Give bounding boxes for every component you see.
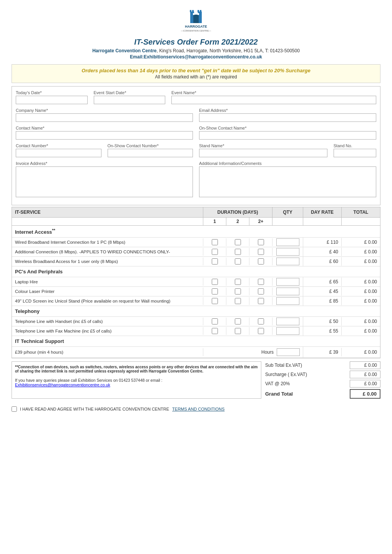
vat-label: VAT @ 20%: [265, 381, 290, 386]
tel-handset-check-1[interactable]: [212, 318, 218, 324]
lcd-check-1[interactable]: [212, 298, 218, 304]
add-conn-dur-3: [249, 248, 272, 256]
lcd-qty-input[interactable]: [276, 297, 299, 305]
grand-total-value: £ 0.00: [350, 389, 380, 399]
sub-total-label: Sub Total Ex.VAT): [265, 363, 302, 368]
additional-connection-name: Additional Connection (8 Mbps). -APPLIES…: [12, 248, 203, 256]
stand-name-input[interactable]: [199, 149, 327, 157]
tel-handset-dur-1: [203, 318, 226, 325]
lcd-dur-1: [203, 297, 226, 305]
it-support-name: £39 p/hour (min 4 hours): [12, 348, 203, 356]
lcd-check-3[interactable]: [258, 298, 264, 304]
laptop-check-2[interactable]: [235, 279, 241, 285]
wired-broadband-check-1[interactable]: [212, 239, 218, 245]
event-start-date-input[interactable]: [94, 96, 166, 104]
wireless-dur-3: [249, 258, 272, 265]
on-show-contact-name-input[interactable]: [199, 131, 376, 140]
tel-handset-qty-input[interactable]: [276, 318, 299, 325]
stand-no-label: Stand No.: [334, 143, 376, 148]
dur-col-2: 2: [226, 218, 249, 225]
services-table: IT-SERVICE DURATION (DAYS) QTY DAY RATE …: [12, 207, 380, 358]
additional-connection-duration: [203, 248, 272, 256]
agree-checkbox[interactable]: [12, 406, 17, 412]
tel-fax-qty-input[interactable]: [276, 327, 299, 335]
add-conn-check-1[interactable]: [212, 249, 218, 255]
wired-broadband-check-2[interactable]: [235, 239, 241, 245]
colour-laser-check-2[interactable]: [235, 288, 241, 294]
dur-col-3: 2+: [249, 218, 272, 225]
lcd-check-2[interactable]: [235, 298, 241, 304]
grand-total-label: Grand Total: [265, 391, 293, 397]
table-header-row: IT-SERVICE DURATION (DAYS) QTY DAY RATE …: [12, 207, 380, 218]
row-it-support: £39 p/hour (min 4 hours) Hours £ 39 £ 0.…: [12, 347, 380, 358]
wireless-check-1[interactable]: [212, 258, 218, 265]
sub-total-row: Sub Total Ex.VAT) £ 0.00: [265, 361, 380, 369]
logo-container: HARROGATE —CONVENTION CENTRE—: [12, 8, 380, 35]
wireless-broadband-name: Wireless Broadband Access for 1 user onl…: [12, 258, 203, 265]
form-fields-section: Today's Date* Event Start Date* Event Na…: [12, 86, 380, 205]
additional-info-textarea[interactable]: [199, 166, 376, 197]
invoice-address-textarea[interactable]: [16, 166, 193, 197]
laptop-check-1[interactable]: [212, 279, 218, 285]
wired-broadband-check-3[interactable]: [258, 239, 264, 245]
duration-sub-cells: 1 2 2+: [203, 218, 272, 225]
email-address-input[interactable]: [199, 113, 376, 122]
colour-laser-check-1[interactable]: [212, 288, 218, 294]
tel-fax-dur-3: [249, 327, 272, 335]
row-wireless-broadband: Wireless Broadband Access for 1 user onl…: [12, 257, 380, 266]
contact-number-group: Contact Number*: [16, 143, 101, 157]
laptop-hire-name: Laptop Hire: [12, 278, 203, 286]
it-support-hours-input[interactable]: [277, 348, 300, 356]
on-show-contact-number-input[interactable]: [108, 149, 193, 157]
tel-handset-rate: £ 50: [303, 317, 342, 326]
colour-laser-qty-input[interactable]: [276, 288, 299, 295]
tel-fax-total: £ 0.00: [342, 327, 380, 335]
wireless-dur-2: [226, 258, 249, 265]
wireless-qty-input[interactable]: [276, 258, 299, 265]
contact-number-input[interactable]: [16, 149, 101, 157]
event-name-label: Event Name*: [171, 90, 376, 95]
email-line: Email:Exhibitionservices@harrogateconven…: [12, 54, 380, 60]
contact-email-link[interactable]: Exhibitionservices@harrogateconventionce…: [15, 383, 110, 387]
wired-broadband-qty-input[interactable]: [276, 238, 299, 246]
company-name-input[interactable]: [16, 113, 193, 122]
event-name-input[interactable]: [171, 96, 376, 104]
empty-sub2: [272, 218, 303, 225]
wired-broadband-dur-3: [249, 238, 272, 246]
contact-name-input[interactable]: [16, 131, 193, 140]
surcharge-banner: Orders placed less than 14 days prior to…: [12, 64, 380, 83]
laptop-qty-input[interactable]: [276, 278, 299, 286]
wireless-check-2[interactable]: [235, 258, 241, 265]
laptop-hire-duration: [203, 278, 272, 286]
tel-fax-dur-1: [203, 327, 226, 335]
stand-no-input[interactable]: [334, 149, 376, 157]
colour-laser-check-3[interactable]: [258, 288, 264, 294]
add-conn-check-2[interactable]: [235, 249, 241, 255]
tel-handset-name: Telephone Line with Handset (inc £5 of c…: [12, 318, 203, 325]
add-conn-qty-input[interactable]: [276, 248, 299, 256]
th-duration: DURATION (DAYS): [203, 207, 272, 217]
wireless-check-3[interactable]: [258, 258, 264, 265]
laptop-check-3[interactable]: [258, 279, 264, 285]
lcd-dur-2: [226, 297, 249, 305]
today-date-input[interactable]: [16, 96, 88, 104]
tel-fax-check-2[interactable]: [235, 328, 241, 334]
laptop-dur-1: [203, 278, 226, 286]
it-support-rate: £ 39: [303, 348, 342, 356]
tel-fax-check-3[interactable]: [258, 328, 264, 334]
subtitle: Harrogate Convention Centre, King's Road…: [12, 48, 380, 53]
tel-handset-check-2[interactable]: [235, 318, 241, 324]
today-date-label: Today's Date*: [16, 90, 88, 95]
add-conn-total: £ 0.00: [342, 248, 380, 256]
footer-totals: Sub Total Ex.VAT) £ 0.00 Surcharge ( Ex.…: [265, 361, 380, 399]
contact-name-group: Contact Name*: [16, 126, 193, 140]
wireless-rate: £ 60: [303, 257, 342, 266]
terms-link[interactable]: TERMS AND CONDITIONS: [172, 407, 224, 411]
tel-fax-check-1[interactable]: [212, 328, 218, 334]
add-conn-check-3[interactable]: [258, 249, 264, 255]
svg-rect-2: [193, 15, 199, 23]
tel-handset-check-3[interactable]: [258, 318, 264, 324]
laptop-dur-3: [249, 278, 272, 286]
empty-sub4: [342, 218, 380, 225]
empty-subheader: [12, 218, 203, 225]
